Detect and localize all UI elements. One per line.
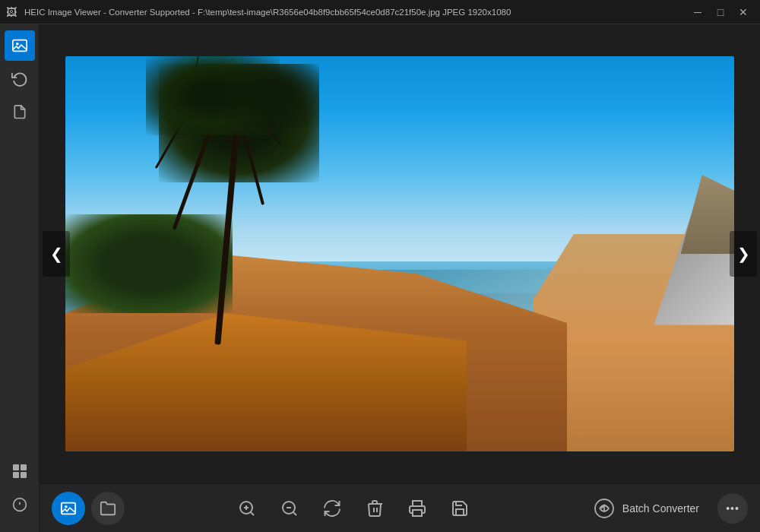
- sidebar: [0, 24, 40, 532]
- sidebar-item-file[interactable]: [5, 97, 35, 128]
- batch-converter-button[interactable]: Batch Converter: [583, 492, 708, 525]
- image-viewer-area: ❮: [40, 24, 760, 483]
- svg-rect-0: [12, 40, 26, 52]
- save-button[interactable]: [445, 493, 475, 524]
- batch-converter-label: Batch Converter: [622, 502, 699, 515]
- gallery-button[interactable]: [52, 492, 85, 525]
- more-options-button[interactable]: •••: [717, 493, 748, 524]
- sidebar-item-image-viewer[interactable]: [5, 30, 35, 61]
- close-button[interactable]: ✕: [733, 2, 754, 23]
- canopy-blob2: [226, 64, 319, 127]
- svg-rect-5: [21, 472, 27, 478]
- toolbar: Batch Converter •••: [40, 483, 760, 532]
- maximize-button[interactable]: □: [710, 2, 731, 23]
- fit-rotate-button[interactable]: [317, 493, 347, 524]
- chevron-left-icon: ❮: [50, 245, 63, 263]
- photo-canvas: [65, 56, 734, 451]
- svg-point-10: [65, 505, 68, 508]
- minimize-button[interactable]: ─: [687, 2, 708, 23]
- svg-rect-2: [13, 464, 19, 470]
- sidebar-item-info[interactable]: [5, 489, 35, 520]
- sidebar-item-rotate[interactable]: [5, 64, 35, 94]
- svg-rect-9: [62, 502, 75, 514]
- nav-next-button[interactable]: ❯: [730, 231, 757, 277]
- content-area: ❮: [40, 24, 760, 532]
- toolbar-left: [52, 492, 125, 525]
- zoom-out-button[interactable]: [274, 493, 305, 524]
- batch-converter-icon: [592, 496, 616, 521]
- svg-rect-20: [413, 510, 422, 516]
- svg-line-16: [293, 511, 296, 515]
- chevron-right-icon: ❯: [737, 245, 750, 263]
- titlebar-title: HEIC Image Viewer - Converter Supported …: [21, 8, 687, 17]
- sidebar-item-windows[interactable]: [5, 456, 35, 486]
- svg-rect-4: [13, 472, 19, 478]
- folder-button[interactable]: [91, 492, 125, 525]
- nav-prev-button[interactable]: ❮: [43, 231, 70, 277]
- titlebar-controls: ─ □ ✕: [687, 2, 754, 23]
- main-layout: ❮: [0, 24, 760, 532]
- shrubs-layer: [65, 214, 233, 313]
- svg-point-1: [15, 43, 18, 46]
- toolbar-right: Batch Converter •••: [583, 492, 748, 525]
- svg-line-12: [251, 511, 254, 515]
- titlebar: 🖼 HEIC Image Viewer - Converter Supporte…: [0, 0, 760, 24]
- more-icon: •••: [726, 502, 739, 515]
- svg-rect-3: [21, 464, 27, 470]
- toolbar-center: [131, 493, 577, 524]
- delete-button[interactable]: [359, 493, 390, 524]
- app-icon: 🖼: [6, 6, 17, 18]
- zoom-in-button[interactable]: [232, 493, 262, 524]
- print-button[interactable]: [402, 493, 432, 524]
